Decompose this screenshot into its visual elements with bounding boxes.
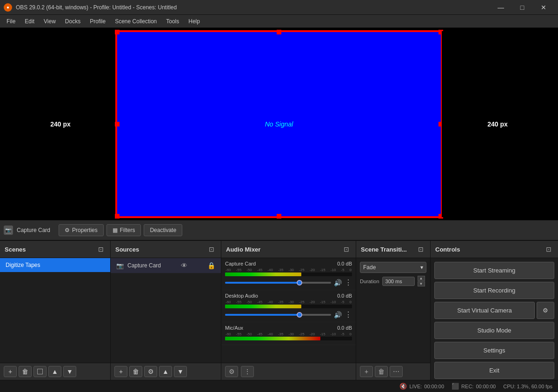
audio-mixer-title: Audio Mixer: [226, 246, 260, 253]
meter-marks-3: -60-55-50-45-40-35-30-25-20-15-10-50: [225, 332, 352, 336]
audio-settings-button[interactable]: ⚙: [225, 366, 238, 377]
scene-down-button[interactable]: ▼: [63, 366, 76, 377]
close-button[interactable]: ✕: [533, 0, 554, 15]
start-virtual-camera-button[interactable]: Start Virtual Camera: [434, 302, 535, 319]
transition-select[interactable]: Fade ▾: [360, 262, 426, 273]
meter-fill-3: [225, 337, 320, 340]
volume-slider[interactable]: [225, 282, 331, 284]
volume-slider-2[interactable]: [225, 314, 331, 316]
handle-bottom-center[interactable]: [277, 214, 281, 219]
minimize-button[interactable]: —: [490, 0, 512, 15]
virtual-camera-row: Start Virtual Camera ⚙: [434, 302, 554, 319]
meter-bar-2: [225, 305, 352, 308]
live-status: 🔇 LIVE: 00:00:00: [399, 383, 444, 390]
handle-bottom-left[interactable]: [115, 214, 120, 219]
properties-button[interactable]: ⚙ Properties: [59, 224, 104, 236]
audio-mixer-maximize-button[interactable]: ⊡: [342, 245, 351, 254]
delete-transition-button[interactable]: 🗑: [375, 366, 388, 377]
meter-fill: [225, 272, 301, 276]
mute-button-2[interactable]: 🔊: [334, 311, 342, 319]
no-signal-text: No Signal: [265, 120, 293, 128]
mute-button[interactable]: 🔊: [334, 279, 342, 286]
lock-icon[interactable]: 🔒: [207, 262, 215, 269]
add-source-button[interactable]: +: [114, 366, 127, 377]
source-down-button[interactable]: ▼: [174, 366, 187, 377]
filters-button[interactable]: ▦ Filters: [106, 224, 141, 236]
audio-channel-header-2: Desktop Audio 0.0 dB: [225, 293, 352, 299]
audio-channel-header: Capture Card 0.0 dB: [225, 261, 352, 266]
menu-docks[interactable]: Docks: [60, 16, 85, 27]
duration-row: Duration 300 ms ▲ ▼: [360, 276, 426, 286]
exit-button[interactable]: Exit: [434, 362, 554, 379]
bottom-panels: Scenes ⊡ Digitize Tapes + 🗑 ▲ ▼ Sources …: [0, 240, 558, 380]
delete-source-button[interactable]: 🗑: [129, 366, 142, 377]
transitions-panel-header: Scene Transiti... ⊡: [356, 241, 430, 258]
source-settings-button[interactable]: ⚙: [144, 366, 157, 377]
source-up-button[interactable]: ▲: [159, 366, 172, 377]
start-recording-button[interactable]: Start Recording: [434, 282, 554, 299]
audio-footer: ⚙ ⋮: [221, 363, 356, 380]
transitions-footer: + 🗑 ⋯: [356, 363, 430, 380]
sources-list[interactable]: 📷 Capture Card 👁 🔒: [111, 258, 221, 363]
controls-maximize-button[interactable]: ⊡: [544, 245, 553, 254]
sources-panel: Sources ⊡ 📷 Capture Card 👁 🔒 + 🗑 ⚙ ▲ ▼: [111, 241, 221, 380]
audio-channel-header-3: Mic/Aux 0.0 dB: [225, 325, 352, 331]
delete-scene-button[interactable]: 🗑: [19, 366, 32, 377]
deactivate-button[interactable]: Deactivate: [144, 224, 182, 236]
source-toolbar-name: Capture Card: [17, 227, 50, 233]
start-streaming-button[interactable]: Start Streaming: [434, 262, 554, 279]
sources-maximize-button[interactable]: ⊡: [207, 245, 216, 254]
audio-menu-button[interactable]: ⋮: [241, 366, 254, 377]
menu-help[interactable]: Help: [184, 16, 205, 27]
transition-menu-button[interactable]: ⋯: [390, 366, 403, 377]
rec-time: 00:00:00: [476, 384, 496, 389]
audio-channel-label: Capture Card: [225, 261, 256, 266]
right-px-label: 240 px: [487, 120, 508, 128]
duration-up-button[interactable]: ▲: [418, 276, 425, 281]
add-transition-button[interactable]: +: [360, 366, 373, 377]
scene-up-button[interactable]: ▲: [48, 366, 61, 377]
virtual-camera-settings-button[interactable]: ⚙: [537, 302, 554, 319]
preview-blue-screen[interactable]: No Signal: [116, 31, 442, 217]
scenes-maximize-button[interactable]: ⊡: [96, 245, 106, 254]
menu-scene-collection[interactable]: Scene Collection: [110, 16, 161, 27]
audio-mixer-panel: Audio Mixer ⊡ Capture Card 0.0 dB -60-55…: [221, 241, 356, 380]
duration-input[interactable]: 300 ms: [382, 277, 415, 286]
scene-item[interactable]: Digitize Tapes: [0, 258, 110, 272]
scenes-list[interactable]: Digitize Tapes: [0, 258, 110, 363]
duration-label: Duration: [360, 279, 379, 284]
handle-mid-left[interactable]: [115, 122, 120, 126]
eye-icon[interactable]: 👁: [181, 262, 187, 269]
menu-file[interactable]: File: [2, 16, 20, 27]
cpu-label: CPU: 1.3%, 60.00 fps: [503, 384, 552, 389]
preview-canvas[interactable]: No Signal: [116, 31, 442, 217]
menu-edit[interactable]: Edit: [20, 16, 39, 27]
transitions-maximize-button[interactable]: ⊡: [416, 245, 425, 254]
add-scene-button[interactable]: +: [4, 366, 17, 377]
audio-channel-menu-2[interactable]: ⋮: [345, 310, 352, 319]
audio-channel-desktop: Desktop Audio 0.0 dB -60-55-50-45-40-35-…: [221, 290, 356, 322]
preview-area[interactable]: 240 px No Signal 240 px: [0, 28, 558, 220]
source-name: Capture Card: [127, 262, 161, 269]
source-list-item[interactable]: 📷 Capture Card 👁 🔒: [111, 258, 221, 273]
audio-channel-db-2: 0.0 dB: [337, 293, 352, 299]
volume-thumb-2[interactable]: [297, 312, 302, 318]
duration-down-button[interactable]: ▼: [418, 281, 425, 286]
studio-mode-button[interactable]: Studio Mode: [434, 322, 554, 339]
preview-right-bar: 240 px: [442, 31, 553, 217]
volume-thumb[interactable]: [297, 280, 302, 286]
audio-channel-menu[interactable]: ⋮: [345, 278, 352, 287]
sources-title: Sources: [115, 246, 139, 253]
maximize-button[interactable]: □: [512, 0, 533, 15]
menu-view[interactable]: View: [39, 16, 60, 27]
handle-top-left[interactable]: [115, 30, 120, 34]
menu-profile[interactable]: Profile: [85, 16, 110, 27]
duration-spinners[interactable]: ▲ ▼: [418, 276, 425, 286]
menu-tools[interactable]: Tools: [161, 16, 184, 27]
source-toolbar-icon: 📷: [4, 226, 13, 235]
handle-top-center[interactable]: [277, 30, 281, 34]
scene-filter-button[interactable]: [33, 366, 46, 377]
app-icon: ●: [4, 3, 12, 12]
settings-button[interactable]: Settings: [434, 342, 554, 359]
audio-controls-2: 🔊 ⋮: [225, 310, 352, 319]
